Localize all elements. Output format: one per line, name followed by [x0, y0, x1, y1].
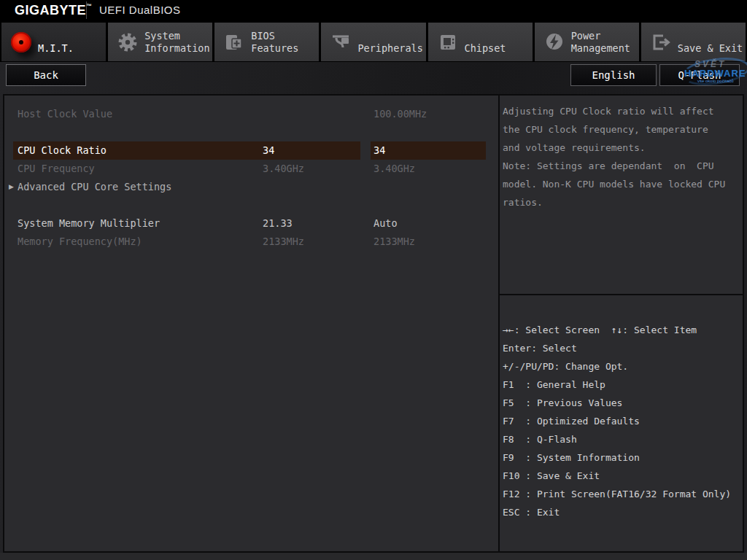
tab-label: Management	[571, 42, 630, 55]
hotkey-legend: →←: Select Screen ↑↓: Select Item Enter:…	[500, 295, 743, 551]
hotkey-line: F12 : Print Screen(FAT16/32 Format Only)	[503, 485, 740, 503]
tab-label: Chipset	[465, 42, 506, 55]
mit-gauge-icon	[10, 31, 32, 53]
tab-save-exit[interactable]: Save & Exit	[641, 23, 746, 61]
spacer-row	[4, 196, 498, 214]
tab-label: Features	[251, 42, 298, 55]
setting-current-value: 3.40GHz	[374, 160, 415, 178]
chipset-icon	[437, 31, 459, 53]
tab-peripherals[interactable]: Peripherals	[321, 23, 425, 61]
tab-label: Save & Exit	[678, 42, 743, 55]
hotkey-line: F8 : Q-Flash	[503, 430, 740, 448]
help-line: ratios.	[503, 193, 740, 211]
setting-row-host-clock-value: Host Clock Value 100.00MHz	[4, 105, 498, 123]
bottom-strip	[0, 553, 747, 560]
help-sidebar: Adjusting CPU Clock ratio will affect th…	[500, 96, 743, 551]
tab-bios-features[interactable]: BIOS Features	[214, 23, 319, 61]
tab-mit[interactable]: M.I.T.	[1, 23, 106, 61]
setting-row-cpu-frequency: CPU Frequency 3.40GHz 3.40GHz	[4, 160, 498, 178]
setting-label: Memory Frequency(MHz)	[18, 233, 142, 251]
hotkey-line: →←: Select Screen ↑↓: Select Item	[503, 321, 740, 339]
help-line: Note: Settings are dependant on CPU	[503, 157, 740, 175]
hotkey-line: F10 : Save & Exit	[503, 467, 740, 485]
help-line: and voltage requirements.	[503, 139, 740, 157]
help-line: Adjusting CPU Clock ratio will affect	[503, 102, 740, 120]
setting-value: 3.40GHz	[263, 160, 304, 178]
hotkey-line: F1 : General Help	[503, 376, 740, 394]
exit-icon	[650, 31, 672, 53]
spacer-row	[4, 123, 498, 141]
setting-value: 34	[263, 141, 274, 160]
trademark-symbol: ™	[86, 3, 93, 9]
setting-current-value: 34	[374, 141, 385, 160]
hotkey-line: F7 : Optimized Defaults	[503, 412, 740, 430]
peripherals-icon	[330, 31, 352, 53]
hotkey-line: +/-/PU/PD: Change Opt.	[503, 357, 740, 376]
setting-current-value: Auto	[374, 214, 398, 233]
product-title: UEFI DualBIOS	[99, 4, 181, 16]
gigabyte-logo: GIGABYTE™	[15, 3, 93, 18]
setting-row-advanced-cpu-core-settings[interactable]: ▶ Advanced CPU Core Settings	[4, 178, 498, 196]
hotkey-line: F5 : Previous Values	[503, 394, 740, 412]
content-panel: Host Clock Value 100.00MHz CPU Clock Rat…	[3, 94, 744, 553]
back-button[interactable]: Back	[6, 64, 86, 86]
setting-value: 2133MHz	[263, 233, 304, 251]
setting-current-value: 2133MHz	[374, 233, 415, 251]
selection-highlight	[371, 141, 486, 160]
title-bar: GIGABYTE™ UEFI DualBIOS	[0, 0, 747, 20]
setting-current-value: 100.00MHz	[374, 105, 427, 123]
qflash-button[interactable]: Q-Flash	[659, 64, 740, 86]
submenu-arrow-icon: ▶	[9, 178, 14, 196]
hotkey-line: Enter: Select	[503, 339, 740, 357]
brand-text: GIGABYTE	[15, 3, 86, 18]
tab-chipset[interactable]: Chipset	[428, 23, 533, 61]
tab-label: Information	[144, 42, 209, 55]
setting-label: System Memory Multiplier	[18, 214, 160, 233]
setting-label: CPU Clock Ratio	[18, 141, 107, 160]
setting-value: 21.33	[263, 214, 293, 233]
language-button[interactable]: English	[570, 64, 657, 86]
tab-system-information[interactable]: System Information	[108, 23, 212, 61]
setting-row-system-memory-multiplier[interactable]: System Memory Multiplier 21.33 Auto	[4, 214, 498, 233]
setting-label: Advanced CPU Core Settings	[18, 178, 171, 196]
settings-list: Host Clock Value 100.00MHz CPU Clock Rat…	[4, 96, 498, 551]
bios-chip-icon	[223, 31, 245, 53]
hotkey-line: F9 : System Information	[503, 448, 740, 467]
power-bolt-icon	[543, 31, 565, 53]
gear-icon	[117, 31, 139, 53]
hotkey-line: ESC : Exit	[503, 503, 740, 521]
help-line: model. Non-K CPU models have locked CPU	[503, 175, 740, 193]
tab-label: BIOS	[251, 30, 298, 42]
tab-label: System	[144, 30, 209, 42]
setting-label: CPU Frequency	[18, 160, 95, 178]
tab-power-management[interactable]: Power Management	[535, 23, 639, 61]
setting-label: Host Clock Value	[18, 105, 112, 123]
title-divider	[86, 1, 87, 19]
bios-screen: GIGABYTE™ UEFI DualBIOS M.I.T. System In…	[0, 0, 747, 560]
tab-label: M.I.T.	[38, 42, 74, 55]
help-line: the CPU clock frequency, temperature	[503, 120, 740, 139]
item-help-text: Adjusting CPU Clock ratio will affect th…	[500, 96, 743, 294]
setting-row-memory-frequency: Memory Frequency(MHz) 2133MHz 2133MHz	[4, 233, 498, 251]
setting-row-cpu-clock-ratio[interactable]: CPU Clock Ratio 34 34	[4, 141, 498, 160]
tab-label: Power	[571, 30, 630, 42]
tab-bar: M.I.T. System Information	[0, 20, 747, 62]
tab-label: Peripherals	[357, 42, 422, 55]
